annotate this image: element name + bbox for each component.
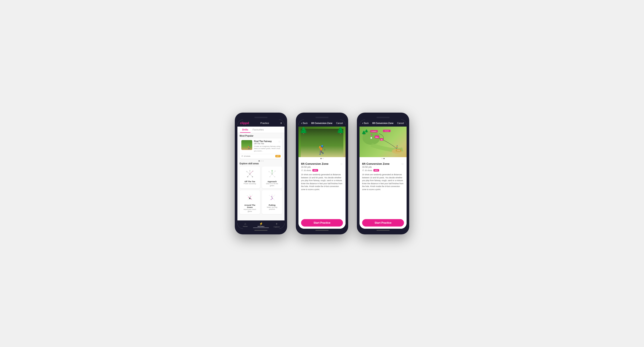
detail-dot-3-1 — [382, 158, 382, 159]
drill-footer-3: Start Practice — [360, 217, 406, 229]
home-icon — [238, 222, 253, 225]
drill-range-2: 10-50 yds — [301, 166, 328, 168]
dot-1 — [258, 160, 260, 162]
shots-count: 10 shots — [244, 155, 250, 157]
drill-detail-screen-photo: Back 6ft Conversion Zone Cancel 🌲 🌲 🏌️ — [298, 120, 346, 229]
nav-home[interactable]: Home — [238, 222, 253, 228]
badge-arg-3: ARG — [374, 169, 379, 172]
off-the-tee-icon-area — [241, 169, 258, 180]
shots-row-2: ⏱ 20 shots ARG — [301, 169, 343, 172]
nav-home-label: Home — [238, 225, 253, 227]
phone-2-screen: Back 6ft Conversion Zone Cancel 🌲 🌲 🏌️ — [298, 120, 346, 229]
tab-favourites[interactable]: Favourites — [250, 127, 266, 133]
start-practice-button-2[interactable]: Start Practice — [301, 219, 343, 226]
featured-drill-desc: Create an imaginary fairway using trees … — [254, 145, 280, 152]
drill-favourite-icon-3[interactable] — [401, 162, 404, 166]
featured-drill-info: Find The Fairway Off The Tee Create an i… — [254, 140, 280, 152]
bottom-nav: Home Activities Capture — [238, 220, 284, 229]
svg-point-30 — [248, 197, 249, 198]
svg-text:ROUGH: ROUGH — [384, 130, 389, 132]
detail-dot-1 — [320, 158, 322, 159]
nav-capture-label: Capture — [269, 226, 284, 228]
drill-range-3: 10-50 yds — [362, 166, 390, 168]
svg-line-36 — [270, 198, 272, 200]
drill-badge: OTT — [275, 155, 280, 157]
skill-putting[interactable]: Putting Make and lag practice — [262, 190, 282, 214]
back-label-3: Back — [364, 122, 369, 124]
back-chevron-3 — [362, 121, 363, 125]
clock-icon-2: ⏱ — [301, 169, 303, 172]
phone-3-home-bar — [360, 229, 406, 232]
off-the-tee-name: Off The Tee — [241, 180, 258, 183]
drill-footer-2: Start Practice — [298, 217, 346, 229]
nav-capture[interactable]: Capture — [269, 222, 284, 228]
shots-count-3: 20 shots — [365, 169, 372, 172]
detail-dot-3-2 — [384, 158, 384, 159]
drill-title-3: 6ft Conversion Zone — [362, 162, 390, 165]
svg-text:Miss: Miss — [376, 136, 378, 138]
favourite-icon[interactable] — [278, 140, 280, 143]
putting-icon — [267, 192, 277, 203]
back-button-3[interactable]: Back — [362, 121, 369, 125]
svg-line-37 — [272, 198, 275, 200]
svg-line-23 — [247, 195, 250, 198]
golf-photo-background: 🌲 🌲 🏌️ — [298, 127, 346, 157]
shots-text-2: ⏱ 20 shots — [301, 169, 311, 172]
back-chevron-2 — [301, 121, 302, 125]
phone-3: Back 6ft Conversion Zone Cancel — [357, 113, 409, 234]
detail-header-2: Back 6ft Conversion Zone Cancel — [298, 120, 346, 127]
featured-drill-card[interactable]: Find The Fairway Off The Tee Create an i… — [240, 138, 282, 159]
map-background: Miss Hit 🏌️ 🌲 🌲 FAIRWAY ROUGH — [360, 127, 406, 157]
svg-text:SAND: SAND — [397, 150, 400, 151]
drill-title-2: 6ft Conversion Zone — [301, 162, 328, 165]
around-the-green-icon — [244, 192, 255, 203]
skills-grid: Off The Tee Power accuracy — [240, 167, 282, 214]
off-the-tee-desc: Power accuracy — [241, 183, 258, 185]
svg-line-13 — [272, 171, 275, 174]
clock-icon-3: ⏱ — [362, 169, 364, 172]
around-the-green-icon-area — [241, 192, 258, 203]
skill-approach[interactable]: Approach Dial-in to hit the green — [262, 167, 282, 188]
featured-drill-title: Find The Fairway — [254, 140, 272, 143]
back-label-2: Back — [303, 122, 308, 124]
drill-photo: 🌲 🌲 🏌️ — [298, 127, 346, 157]
activities-icon — [253, 222, 269, 225]
around-the-green-desc: Hone your short game — [241, 208, 258, 212]
cancel-button-3[interactable]: Cancel — [397, 122, 404, 124]
tab-drills[interactable]: Drills — [240, 127, 250, 133]
approach-name: Approach — [264, 180, 280, 183]
hamburger-icon[interactable]: ≡ — [280, 122, 282, 125]
nav-activities[interactable]: Activities — [253, 222, 269, 228]
skill-around-the-green[interactable]: Around The Green Hone your short game — [240, 190, 260, 214]
svg-line-34 — [269, 195, 272, 198]
shots-info: 10 shots — [241, 155, 250, 157]
clock-icon — [241, 155, 243, 157]
shots-text-3: ⏱ 20 shots — [362, 169, 372, 172]
back-button-2[interactable]: Back — [301, 121, 308, 125]
phone-2-home-bar — [298, 229, 346, 232]
svg-point-57 — [370, 137, 372, 139]
drill-favourite-icon-2[interactable] — [340, 162, 343, 166]
practice-screen: clippd Practice ≡ Drills Favourites Most… — [238, 120, 284, 229]
drill-detail-screen-map: Back 6ft Conversion Zone Cancel — [360, 120, 406, 229]
putting-name: Putting — [264, 204, 280, 206]
svg-text:🌲: 🌲 — [364, 129, 368, 133]
putting-desc: Make and lag practice — [264, 206, 280, 210]
svg-point-29 — [250, 198, 250, 199]
phone-1-screen: clippd Practice ≡ Drills Favourites Most… — [238, 120, 284, 229]
map-svg: Miss Hit 🏌️ 🌲 🌲 FAIRWAY ROUGH — [360, 127, 406, 157]
drill-detail-body-2: 6ft Conversion Zone 10-50 yds ⏱ 20 shots… — [298, 160, 346, 217]
start-practice-button-3[interactable]: Start Practice — [362, 219, 404, 226]
putting-icon-area — [264, 192, 280, 203]
phone-2: Back 6ft Conversion Zone Cancel 🌲 🌲 🏌️ — [296, 113, 348, 234]
cancel-button-2[interactable]: Cancel — [336, 122, 343, 124]
detail-header-3: Back 6ft Conversion Zone Cancel — [360, 120, 406, 127]
capture-icon — [269, 222, 284, 226]
tab-bar: Drills Favourites — [238, 127, 284, 133]
phone-3-notch — [360, 115, 406, 120]
around-the-green-name: Around The Green — [241, 204, 258, 208]
svg-line-35 — [272, 195, 275, 198]
nav-activities-label: Activities — [253, 225, 269, 228]
header-title: Practice — [260, 122, 269, 124]
skill-off-the-tee[interactable]: Off The Tee Power accuracy — [240, 167, 260, 188]
